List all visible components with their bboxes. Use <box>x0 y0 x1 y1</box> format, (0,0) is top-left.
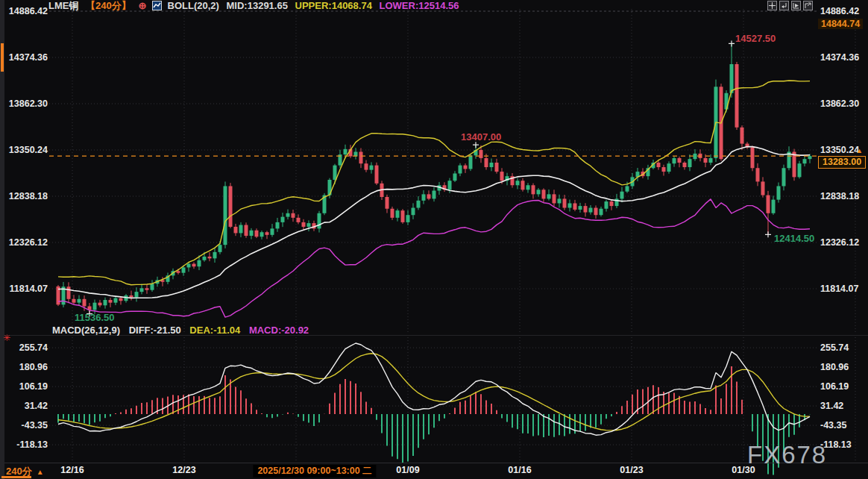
time-axis-label-selected: 2025/12/30 09:00~13:00 二 <box>253 465 376 478</box>
price-axis-label-left: 12326.12 <box>1 237 48 248</box>
chart-type-icon[interactable] <box>152 1 162 10</box>
watermark: FX678 <box>747 441 827 469</box>
price-axis-label-left: -43.35 <box>1 420 48 431</box>
price-axis-label-right: 11814.07 <box>820 284 858 294</box>
price-axis-label-right: 13862.30 <box>820 98 859 109</box>
timeframe-label[interactable]: 【240分】 <box>86 0 131 11</box>
price-axis-label-left: 13350.24 <box>1 145 48 155</box>
price-axis-label-right: 14886.42 <box>820 6 859 16</box>
macd-diff-value: DIFF:-21.50 <box>129 325 181 336</box>
price-axis-label-right: 12838.18 <box>820 191 859 201</box>
time-axis-border <box>0 463 868 463</box>
boll-mid-value: MID:13291.65 <box>227 0 288 11</box>
macd-dea-value: DEA:-11.04 <box>189 325 240 336</box>
price-axis-label-right: 13350.24 <box>820 145 859 155</box>
price-axis-label-left: 14374.36 <box>1 52 48 63</box>
price-axis-label-left: 13862.30 <box>1 98 48 109</box>
play-forward-icon[interactable] <box>791 1 801 10</box>
time-axis-label: 01/09 <box>396 465 419 475</box>
symbol-title: LME铜 <box>48 0 78 11</box>
extreme-price-annotation: 13407.00 <box>461 131 501 143</box>
tab-active-underline <box>1 476 31 478</box>
boll-lower-value: LOWER:12514.56 <box>380 0 459 11</box>
price-axis-label-left: 255.74 <box>1 342 48 353</box>
macd-indicator-label[interactable]: MACD(26,12,9) <box>52 325 120 336</box>
expand-view-icon[interactable] <box>803 1 813 10</box>
price-axis-label-left: 180.96 <box>1 362 48 372</box>
macd-value: MACD:-20.92 <box>249 325 309 336</box>
tab-240min-label: 240分 <box>6 466 32 477</box>
price-axis-label-left: -118.13 <box>1 439 48 450</box>
time-axis-label: 12/16 <box>60 465 84 475</box>
session-high-label: 14844.74 <box>818 19 863 29</box>
extreme-price-annotation: 11536.50 <box>75 312 115 323</box>
price-axis-label-right: 106.19 <box>820 381 849 392</box>
price-axis-label-right: 255.74 <box>820 342 849 353</box>
extreme-price-annotation: 12414.50 <box>774 233 814 244</box>
time-axis-label: 12/23 <box>172 465 195 475</box>
price-axis-label-left: 106.19 <box>1 381 48 392</box>
chart-header: LME铜 【240分】 ⊕ BOLL(20,2) MID:13291.65 UP… <box>48 0 463 12</box>
add-indicator-icon[interactable]: ⊕ <box>138 0 146 11</box>
chart-toolbar <box>767 1 813 10</box>
boll-indicator-label[interactable]: BOLL(20,2) <box>168 0 219 11</box>
pan-back-icon[interactable] <box>779 1 789 10</box>
boll-upper-value: UPPER:14068.74 <box>295 0 372 11</box>
last-price-arrow-icon: ▲ <box>856 147 863 154</box>
price-axis-label-left: 14886.42 <box>1 6 48 16</box>
price-axis-label-left: 31.42 <box>1 401 48 411</box>
macd-header: MACD(26,12,9) DIFF:-21.50 DEA:-11.04 MAC… <box>52 325 315 336</box>
price-axis-label-right: -43.35 <box>820 420 846 431</box>
crosshair-icon[interactable] <box>767 1 777 10</box>
price-axis-label-right: 180.96 <box>820 362 849 372</box>
price-axis-label-right: 14374.36 <box>820 52 859 63</box>
time-axis-label: 01/16 <box>508 465 531 475</box>
price-axis-label-left: 11814.07 <box>1 284 48 294</box>
price-axis-label-right: 31.42 <box>820 401 843 411</box>
chart-canvas[interactable] <box>0 0 868 479</box>
extreme-price-annotation: 14527.50 <box>735 33 776 44</box>
price-axis-label-left: 12838.18 <box>1 191 48 201</box>
last-price-badge: 13283.00 <box>818 156 866 169</box>
tab-arrow-icon: ▲ <box>37 468 44 476</box>
price-axis-label-right: 12326.12 <box>820 237 859 248</box>
time-axis-label: 01/23 <box>620 465 643 475</box>
trading-chart-window: ✳ LME铜 【240分】 ⊕ BOLL(20,2) MID:13291.65 … <box>0 0 868 479</box>
